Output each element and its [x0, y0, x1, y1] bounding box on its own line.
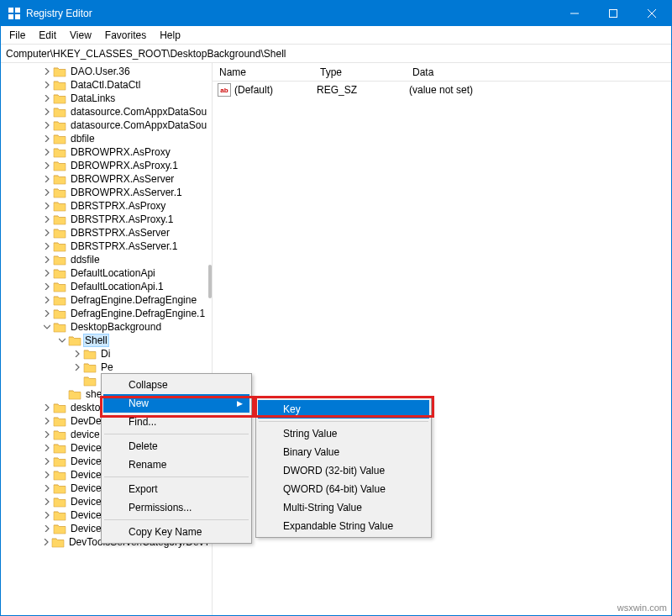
chevron-right-icon[interactable]	[41, 525, 53, 532]
chevron-right-icon[interactable]	[41, 108, 53, 115]
chevron-right-icon[interactable]	[41, 431, 53, 438]
chevron-right-icon[interactable]	[41, 122, 53, 129]
chevron-right-icon[interactable]	[41, 256, 53, 263]
chevron-right-icon[interactable]	[41, 243, 53, 250]
chevron-right-icon[interactable]	[41, 458, 53, 465]
chevron-right-icon[interactable]	[41, 95, 53, 102]
tree-item[interactable]: dbfile	[1, 132, 212, 145]
menu-item-copy-key-name[interactable]: Copy Key Name	[103, 523, 249, 541]
menu-item-dword-32-bit-value[interactable]: DWORD (32-bit) Value	[258, 461, 429, 480]
tree-item-label: DesktopBackground	[69, 321, 163, 333]
chevron-right-icon[interactable]	[41, 203, 53, 209]
chevron-right-icon[interactable]	[71, 350, 83, 357]
menu-item-expandable-string-value[interactable]: Expandable String Value	[258, 517, 429, 535]
menu-item-new[interactable]: New	[103, 394, 249, 413]
chevron-right-icon[interactable]	[41, 283, 53, 290]
context-menu-key: CollapseNewFind...DeleteRenameExportPerm…	[101, 373, 252, 544]
minimize-button[interactable]	[555, 1, 594, 26]
menu-item-key[interactable]: Key	[258, 400, 429, 419]
menu-item-delete[interactable]: Delete	[103, 437, 249, 455]
chevron-right-icon[interactable]	[41, 471, 53, 478]
chevron-right-icon[interactable]	[41, 539, 51, 545]
tree-item[interactable]: Shell	[1, 334, 212, 347]
chevron-right-icon[interactable]	[41, 404, 53, 411]
menu-view[interactable]: View	[63, 28, 98, 43]
chevron-right-icon[interactable]	[41, 418, 53, 424]
chevron-down-icon[interactable]	[41, 324, 53, 330]
tree-item[interactable]: DefragEngine.DefragEngine	[1, 293, 212, 307]
tree-item[interactable]: DBRSTPRX.AsServer.1	[1, 240, 212, 253]
tree-item[interactable]: DataLinks	[1, 92, 212, 105]
maximize-button[interactable]	[594, 1, 633, 26]
menu-item-permissions[interactable]: Permissions...	[103, 498, 249, 517]
column-data[interactable]: Data	[406, 65, 671, 80]
chevron-right-icon[interactable]	[41, 162, 53, 169]
tree-item[interactable]: datasource.ComAppxDataSou	[1, 118, 212, 132]
menu-item-multi-string-value[interactable]: Multi-String Value	[258, 498, 429, 517]
chevron-right-icon[interactable]	[41, 270, 53, 276]
chevron-right-icon[interactable]	[41, 445, 53, 451]
menu-item-find[interactable]: Find...	[103, 413, 249, 431]
menu-item-string-value[interactable]: String Value	[258, 424, 429, 443]
tree-item[interactable]: DBROWPRX.AsProxy.1	[1, 159, 212, 172]
tree-item-label: DBROWPRX.AsServer	[69, 173, 176, 185]
tree-item[interactable]: DBRSTPRX.AsProxy	[1, 199, 212, 213]
tree-item[interactable]: DBRSTPRX.AsServer	[1, 226, 212, 240]
tree-item-label: DBRSTPRX.AsServer.1	[69, 240, 179, 252]
tree-item[interactable]: DBROWPRX.AsProxy	[1, 145, 212, 159]
folder-icon	[53, 200, 66, 212]
tree-item[interactable]: Di	[1, 347, 212, 361]
menu-item-qword-64-bit-value[interactable]: QWORD (64-bit) Value	[258, 480, 429, 498]
chevron-right-icon[interactable]	[71, 364, 83, 371]
tree-item-label: DBRSTPRX.AsServer	[69, 227, 171, 239]
column-name[interactable]: Name	[213, 65, 313, 80]
menu-file[interactable]: File	[3, 28, 32, 43]
column-type[interactable]: Type	[313, 65, 406, 80]
chevron-right-icon[interactable]	[41, 229, 53, 236]
chevron-right-icon[interactable]	[41, 216, 53, 223]
chevron-right-icon[interactable]	[41, 176, 53, 182]
menu-item-export[interactable]: Export	[103, 480, 249, 498]
chevron-down-icon[interactable]	[56, 337, 68, 344]
tree-item[interactable]: DBRSTPRX.AsProxy.1	[1, 213, 212, 226]
tree-item[interactable]: DesktopBackground	[1, 320, 212, 334]
tree-item[interactable]: DBROWPRX.AsServer	[1, 172, 212, 186]
menu-help[interactable]: Help	[153, 28, 187, 43]
chevron-right-icon[interactable]	[41, 310, 53, 317]
chevron-right-icon[interactable]	[41, 512, 53, 519]
folder-icon	[68, 388, 81, 400]
chevron-right-icon[interactable]	[41, 135, 53, 142]
list-row[interactable]: ab(Default)REG_SZ(value not set)	[213, 82, 671, 98]
folder-icon	[83, 361, 97, 373]
menu-item-binary-value[interactable]: Binary Value	[258, 443, 429, 461]
menu-item-collapse[interactable]: Collapse	[103, 376, 249, 394]
menu-edit[interactable]: Edit	[32, 28, 63, 43]
tree-item[interactable]: DefragEngine.DefragEngine.1	[1, 307, 212, 320]
menu-favorites[interactable]: Favorites	[98, 28, 153, 43]
tree-item[interactable]: Pe	[1, 361, 212, 374]
folder-icon	[53, 213, 66, 225]
tree-item[interactable]: datasource.ComAppxDataSou	[1, 105, 212, 118]
folder-icon	[53, 173, 66, 185]
menu-item-rename[interactable]: Rename	[103, 455, 249, 474]
address-bar[interactable]: Computer\HKEY_CLASSES_ROOT\DesktopBackgr…	[1, 45, 671, 63]
chevron-right-icon[interactable]	[41, 68, 53, 75]
tree-item[interactable]: DBROWPRX.AsServer.1	[1, 186, 212, 199]
tree-item-label: DBROWPRX.AsProxy.1	[69, 160, 180, 171]
titlebar[interactable]: Registry Editor	[1, 1, 671, 26]
tree-item[interactable]: ddsfile	[1, 253, 212, 266]
tree-item[interactable]: DefaultLocationApi	[1, 266, 212, 280]
chevron-right-icon[interactable]	[41, 189, 53, 196]
chevron-right-icon[interactable]	[41, 82, 53, 88]
chevron-right-icon[interactable]	[41, 149, 53, 155]
tree-scrollbar[interactable]	[208, 265, 212, 298]
close-button[interactable]	[633, 1, 671, 26]
tree-item[interactable]: DAO.User.36	[1, 65, 212, 78]
chevron-right-icon[interactable]	[41, 498, 53, 505]
tree-item[interactable]: DefaultLocationApi.1	[1, 280, 212, 293]
chevron-right-icon[interactable]	[41, 485, 53, 492]
menu-separator	[104, 519, 249, 520]
tree-item-label: datasource.ComAppxDataSou	[69, 119, 208, 131]
chevron-right-icon[interactable]	[41, 297, 53, 303]
tree-item[interactable]: DataCtl.DataCtl	[1, 78, 212, 92]
